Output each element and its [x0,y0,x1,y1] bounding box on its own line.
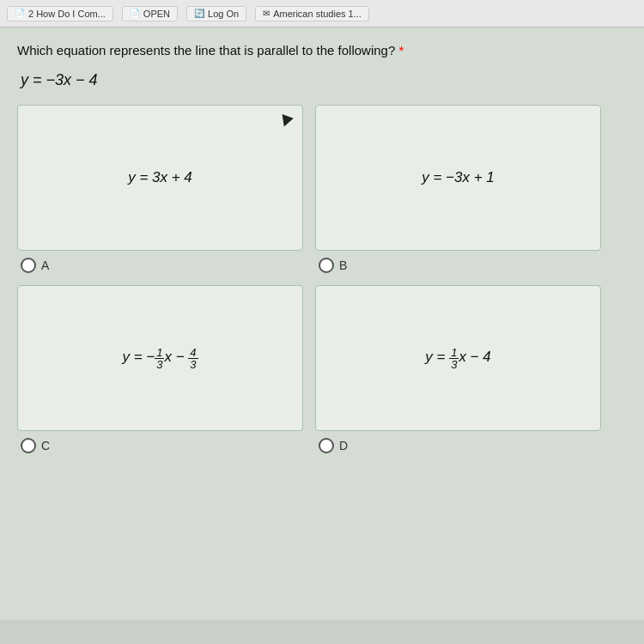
answer-item-d: y = 13x − 4 D [315,285,601,453]
equation-a: y = 3x + 4 [119,161,201,195]
answer-label-row-c: C [21,438,50,453]
answer-label-row-d: D [319,438,348,453]
equation-c: y = −13x − 43 [113,338,206,379]
question-header: Which equation represents the line that … [17,41,627,59]
browser-bar: 📄 2 How Do I Com... 📄 OPEN 🔄 Log On ✉ Am… [0,0,644,27]
label-d: D [339,439,348,453]
required-asterisk: * [395,43,404,58]
answer-box-b[interactable]: y = −3x + 1 [315,105,601,251]
main-content: Which equation represents the line that … [0,27,644,620]
answer-box-d[interactable]: y = 13x − 4 [315,285,601,431]
radio-d[interactable] [319,438,334,453]
tab-logon[interactable]: 🔄 Log On [186,6,246,21]
answer-box-c[interactable]: y = −13x − 43 [17,285,303,431]
given-equation: y = −3x − 4 [21,71,627,89]
refresh-icon: 🔄 [194,9,204,18]
label-a: A [41,258,49,272]
radio-c[interactable] [21,438,36,453]
label-b: B [339,258,347,272]
radio-a[interactable] [21,258,36,273]
answer-item-b: y = −3x + 1 B [315,105,601,273]
doc-icon: 📄 [15,9,25,18]
open-icon: 📄 [130,9,140,18]
answer-item-a: y = 3x + 4 A [17,105,303,273]
equation-d: y = 13x − 4 [416,338,499,379]
equation-b: y = −3x + 1 [413,161,503,195]
tab-how[interactable]: 📄 2 How Do I Com... [7,6,113,21]
label-c: C [41,439,50,453]
answer-item-c: y = −13x − 43 C [17,285,303,453]
answers-grid: y = 3x + 4 A y = −3x + 1 B [17,105,601,453]
answer-label-row-a: A [21,258,49,273]
answer-box-a[interactable]: y = 3x + 4 [17,105,303,251]
cursor-pointer [278,114,294,129]
answer-label-row-b: B [319,258,347,273]
question-text: Which equation represents the line that … [17,43,395,58]
tab-open[interactable]: 📄 OPEN [122,6,178,21]
radio-b[interactable] [319,258,334,273]
mail-icon: ✉ [263,9,270,18]
tab-american[interactable]: ✉ American studies 1... [255,6,369,21]
